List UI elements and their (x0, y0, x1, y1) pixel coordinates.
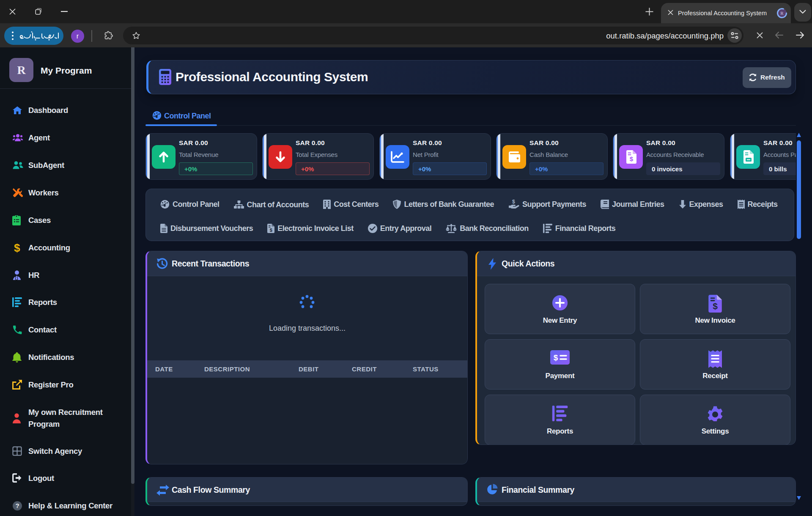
svg-text:$: $ (554, 353, 558, 362)
svg-text:?: ? (15, 502, 19, 509)
svg-text:$: $ (270, 228, 272, 233)
svg-text:$: $ (630, 155, 634, 162)
svg-text:$: $ (713, 301, 718, 311)
svg-text:$: $ (512, 200, 515, 205)
